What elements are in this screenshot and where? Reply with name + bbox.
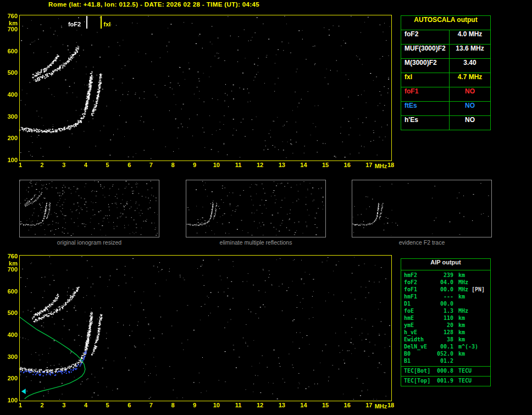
autoscala-row-label: foF1: [401, 87, 450, 101]
aip-row-value: 04.0: [435, 279, 453, 286]
x-tick-label: 7: [146, 162, 157, 168]
aip-row: B0052.0km: [401, 351, 490, 358]
x-tick-label: 12: [254, 162, 265, 168]
x-tick-label: 5: [102, 402, 113, 408]
aip-row-unit: km: [453, 322, 465, 329]
aip-row-unit: km: [453, 315, 465, 322]
aip-row: TEC[Top]001.9TECU: [401, 378, 490, 385]
thumb-caption-eliminate: eliminate multiple reflections: [186, 239, 326, 246]
aip-row: hmF2239km: [401, 272, 490, 279]
thumb-original-ionogram: [19, 180, 159, 237]
autoscala-row-label: h'Es: [401, 116, 450, 130]
autoscala-row-value: NO: [450, 116, 490, 130]
x-tick-label: 2: [37, 402, 48, 408]
autoscala-row-value: 4.7 MHz: [450, 73, 490, 87]
aip-row: TEC[Bot]000.8TECU: [401, 368, 490, 375]
aip-row-label: TEC[Bot]: [401, 368, 435, 375]
autoscala-row-label: ftEs: [401, 102, 450, 115]
thumb-caption-evidence: evidence F2 trace: [352, 239, 492, 246]
autoscala-output-table: AUTOSCALA output foF24.0 MHzMUF(3000)F21…: [401, 15, 491, 130]
aip-row-value: 239: [435, 272, 453, 279]
aip-row: h_vE128km: [401, 329, 490, 336]
x-tick-label: 6: [124, 402, 135, 408]
y-tick-label: 300: [3, 113, 18, 120]
aip-row: Ewidth38km: [401, 336, 490, 344]
aip-row-label: DelN_vE: [401, 344, 435, 351]
x-tick-label: 8: [168, 162, 179, 168]
autoscala-row-value: 3.40: [450, 59, 490, 73]
x-tick-label: 12: [254, 402, 265, 408]
aip-row-value: 38: [435, 336, 453, 344]
aip-separator: [401, 376, 490, 377]
y-axis-unit: km: [3, 20, 18, 26]
aip-row-label: TEC[Top]: [401, 378, 435, 385]
x-tick-label: 14: [298, 162, 309, 168]
autoscala-table-header: AUTOSCALA output: [401, 16, 490, 30]
autoscala-row: foF1NO: [401, 87, 490, 102]
top-ionogram-canvas: [20, 15, 390, 159]
aip-row-unit: km: [453, 336, 465, 344]
x-tick-label: 14: [298, 402, 309, 408]
autoscala-row-value: NO: [450, 102, 490, 115]
x-tick-label: 5: [102, 162, 113, 168]
x-tick-label: 11: [232, 402, 243, 408]
aip-row-value: 00.1: [435, 344, 453, 351]
aip-row-unit: TECU: [453, 378, 472, 385]
autoscala-row-label: fxI: [401, 73, 450, 87]
aip-row-label: B1: [401, 358, 435, 365]
aip-row-label: h_vE: [401, 329, 435, 336]
y-tick-label: 760: [3, 13, 18, 19]
aip-row-unit: km: [453, 272, 465, 279]
aip-row: foF100.0MHz[PN]: [401, 286, 490, 294]
aip-row-value: 052.0: [435, 351, 453, 358]
x-tick-label: 10: [211, 162, 222, 168]
x-tick-label: 16: [342, 162, 353, 168]
top-ionogram-plot: foF2 fxI 760700600500400300200100km12345…: [19, 15, 392, 161]
aip-row-label: B0: [401, 351, 435, 358]
aip-row: ymE20km: [401, 322, 490, 329]
aip-row-unit: [453, 301, 458, 308]
y-tick-label: 300: [3, 353, 18, 360]
aip-row-value: 1.3: [435, 308, 453, 315]
x-tick-label: 3: [58, 402, 69, 408]
x-tick-label: 7: [146, 402, 157, 408]
aip-table-header: AIP output: [401, 259, 490, 270]
autoscala-row: M(3000)F23.40: [401, 59, 490, 73]
x-tick-label: 6: [124, 162, 135, 168]
bottom-ionogram-plot: 760700600500400300200100km12345678910111…: [19, 255, 392, 401]
autoscala-row-value: 13.6 MHz: [450, 45, 490, 58]
x-tick-label: 4: [80, 402, 91, 408]
aip-tec-top-row: TEC[Top]001.9TECU: [401, 378, 490, 385]
autoscala-row-label: foF2: [401, 30, 450, 44]
aip-row-label: Ewidth: [401, 336, 435, 344]
y-tick-label: 600: [3, 288, 18, 295]
x-axis-unit: MHz: [372, 163, 390, 169]
autoscala-row-value: 4.0 MHz: [450, 30, 490, 44]
aip-row: foE1.3MHz: [401, 308, 490, 315]
x-axis-unit: MHz: [372, 403, 390, 410]
aip-row-label: hmF2: [401, 272, 435, 279]
fxi-marker-label: fxI: [103, 21, 110, 27]
aip-row: DelN_vE00.1m^(-3): [401, 344, 490, 351]
x-tick-label: 15: [320, 402, 331, 408]
x-tick-label: 15: [320, 162, 331, 168]
aip-row-unit: [453, 358, 458, 365]
aip-row: B101.2: [401, 358, 490, 365]
y-axis-unit: km: [3, 260, 18, 267]
y-tick-label: 400: [3, 331, 18, 338]
aip-row: foF204.0MHz: [401, 279, 490, 286]
thumb-eliminate-reflections: [186, 180, 326, 237]
x-tick-label: 3: [58, 162, 69, 168]
aip-row: hmE110km: [401, 315, 490, 322]
aip-row-label: foF2: [401, 279, 435, 286]
autoscala-row: h'EsNO: [401, 116, 490, 130]
y-tick-label: 400: [3, 91, 18, 98]
x-tick-label: 1: [15, 402, 26, 408]
fxi-marker-line: [101, 16, 102, 29]
x-tick-label: 13: [276, 402, 287, 408]
aip-row-unit: MHz: [453, 279, 468, 286]
y-tick-label: 500: [3, 69, 18, 76]
y-tick-label: 700: [3, 26, 18, 32]
y-tick-label: 600: [3, 48, 18, 54]
aip-row-label: hmE: [401, 315, 435, 322]
